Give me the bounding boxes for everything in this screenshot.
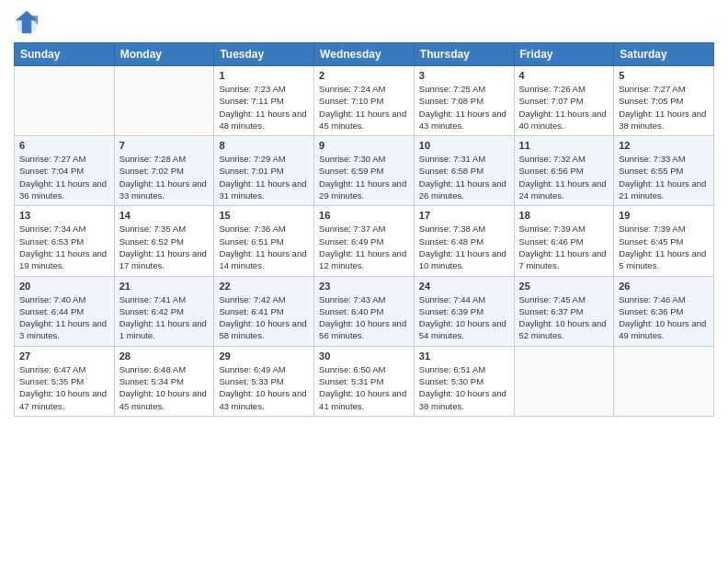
week-row-4: 20Sunrise: 7:40 AM Sunset: 6:44 PM Dayli… <box>15 276 714 346</box>
calendar-cell: 10Sunrise: 7:31 AM Sunset: 6:58 PM Dayli… <box>414 136 514 206</box>
day-info: Sunrise: 7:39 AM Sunset: 6:46 PM Dayligh… <box>519 223 609 271</box>
day-info: Sunrise: 7:26 AM Sunset: 7:07 PM Dayligh… <box>519 83 609 132</box>
calendar-cell: 28Sunrise: 6:48 AM Sunset: 5:34 PM Dayli… <box>114 346 214 416</box>
day-info: Sunrise: 7:45 AM Sunset: 6:37 PM Dayligh… <box>519 293 609 342</box>
calendar-cell: 21Sunrise: 7:41 AM Sunset: 6:42 PM Dayli… <box>114 276 214 346</box>
day-number: 24 <box>419 281 509 292</box>
calendar-cell: 3Sunrise: 7:25 AM Sunset: 7:08 PM Daylig… <box>414 66 514 136</box>
day-number: 28 <box>119 350 210 362</box>
calendar-cell: 26Sunrise: 7:46 AM Sunset: 6:36 PM Dayli… <box>614 276 714 346</box>
day-info: Sunrise: 7:41 AM Sunset: 6:42 PM Dayligh… <box>119 293 210 342</box>
calendar-cell: 9Sunrise: 7:30 AM Sunset: 6:59 PM Daylig… <box>314 136 415 206</box>
week-row-5: 27Sunrise: 6:47 AM Sunset: 5:35 PM Dayli… <box>15 346 714 416</box>
weekday-header-row: SundayMondayTuesdayWednesdayThursdayFrid… <box>15 43 714 66</box>
day-number: 7 <box>119 140 210 151</box>
day-number: 14 <box>119 210 210 221</box>
day-number: 13 <box>19 210 109 221</box>
day-info: Sunrise: 7:44 AM Sunset: 6:39 PM Dayligh… <box>419 293 509 342</box>
day-info: Sunrise: 7:30 AM Sunset: 6:59 PM Dayligh… <box>319 153 409 201</box>
day-info: Sunrise: 7:36 AM Sunset: 6:51 PM Dayligh… <box>219 223 309 271</box>
logo <box>14 9 43 35</box>
calendar-cell: 18Sunrise: 7:39 AM Sunset: 6:46 PM Dayli… <box>514 206 614 276</box>
day-info: Sunrise: 7:46 AM Sunset: 6:36 PM Dayligh… <box>619 293 709 342</box>
day-info: Sunrise: 7:27 AM Sunset: 7:05 PM Dayligh… <box>619 83 709 132</box>
calendar-cell <box>514 346 614 416</box>
day-number: 26 <box>619 281 709 292</box>
day-info: Sunrise: 7:28 AM Sunset: 7:02 PM Dayligh… <box>119 153 210 201</box>
week-row-1: 1Sunrise: 7:23 AM Sunset: 7:11 PM Daylig… <box>15 66 714 136</box>
calendar-cell: 1Sunrise: 7:23 AM Sunset: 7:11 PM Daylig… <box>214 66 314 136</box>
day-number: 31 <box>419 350 509 362</box>
day-info: Sunrise: 7:24 AM Sunset: 7:10 PM Dayligh… <box>319 83 409 132</box>
day-info: Sunrise: 7:29 AM Sunset: 7:01 PM Dayligh… <box>219 153 309 201</box>
day-info: Sunrise: 7:40 AM Sunset: 6:44 PM Dayligh… <box>19 293 109 342</box>
day-info: Sunrise: 7:27 AM Sunset: 7:04 PM Dayligh… <box>19 153 109 201</box>
day-number: 5 <box>619 70 709 81</box>
day-number: 1 <box>219 70 309 81</box>
calendar-cell: 17Sunrise: 7:38 AM Sunset: 6:48 PM Dayli… <box>414 206 514 276</box>
day-number: 23 <box>319 281 409 292</box>
day-number: 18 <box>519 210 609 221</box>
day-info: Sunrise: 7:42 AM Sunset: 6:41 PM Dayligh… <box>219 293 309 342</box>
day-info: Sunrise: 7:38 AM Sunset: 6:48 PM Dayligh… <box>419 223 509 271</box>
calendar-cell: 2Sunrise: 7:24 AM Sunset: 7:10 PM Daylig… <box>314 66 415 136</box>
calendar-cell <box>15 66 115 136</box>
calendar-cell: 11Sunrise: 7:32 AM Sunset: 6:56 PM Dayli… <box>514 136 614 206</box>
weekday-header-wednesday: Wednesday <box>314 43 415 66</box>
day-number: 22 <box>219 281 309 292</box>
day-number: 12 <box>619 140 709 151</box>
day-number: 6 <box>19 140 109 151</box>
calendar-cell: 30Sunrise: 6:50 AM Sunset: 5:31 PM Dayli… <box>314 346 415 416</box>
day-info: Sunrise: 7:37 AM Sunset: 6:49 PM Dayligh… <box>319 223 409 271</box>
day-number: 19 <box>619 210 709 221</box>
calendar-cell: 27Sunrise: 6:47 AM Sunset: 5:35 PM Dayli… <box>15 346 115 416</box>
day-info: Sunrise: 7:43 AM Sunset: 6:40 PM Dayligh… <box>319 293 409 342</box>
day-number: 3 <box>419 70 509 81</box>
calendar-cell: 24Sunrise: 7:44 AM Sunset: 6:39 PM Dayli… <box>414 276 514 346</box>
calendar-cell: 20Sunrise: 7:40 AM Sunset: 6:44 PM Dayli… <box>15 276 115 346</box>
logo-icon <box>14 9 40 35</box>
weekday-header-friday: Friday <box>514 43 614 66</box>
day-number: 11 <box>519 140 609 151</box>
day-info: Sunrise: 6:49 AM Sunset: 5:33 PM Dayligh… <box>219 363 309 412</box>
day-number: 17 <box>419 210 509 221</box>
calendar-cell: 12Sunrise: 7:33 AM Sunset: 6:55 PM Dayli… <box>614 136 714 206</box>
day-info: Sunrise: 7:31 AM Sunset: 6:58 PM Dayligh… <box>419 153 509 201</box>
day-number: 25 <box>519 281 609 292</box>
calendar-cell: 14Sunrise: 7:35 AM Sunset: 6:52 PM Dayli… <box>114 206 214 276</box>
weekday-header-thursday: Thursday <box>414 43 514 66</box>
calendar-cell: 8Sunrise: 7:29 AM Sunset: 7:01 PM Daylig… <box>214 136 314 206</box>
calendar-cell: 13Sunrise: 7:34 AM Sunset: 6:53 PM Dayli… <box>15 206 115 276</box>
day-number: 20 <box>19 281 109 292</box>
calendar-cell <box>114 66 214 136</box>
day-info: Sunrise: 6:50 AM Sunset: 5:31 PM Dayligh… <box>319 363 409 412</box>
calendar-cell: 5Sunrise: 7:27 AM Sunset: 7:05 PM Daylig… <box>614 66 714 136</box>
day-number: 2 <box>319 70 409 81</box>
day-info: Sunrise: 7:25 AM Sunset: 7:08 PM Dayligh… <box>419 83 509 132</box>
calendar-table: SundayMondayTuesdayWednesdayThursdayFrid… <box>14 42 714 417</box>
week-row-3: 13Sunrise: 7:34 AM Sunset: 6:53 PM Dayli… <box>15 206 714 276</box>
calendar-cell: 23Sunrise: 7:43 AM Sunset: 6:40 PM Dayli… <box>314 276 415 346</box>
day-info: Sunrise: 7:35 AM Sunset: 6:52 PM Dayligh… <box>119 223 210 271</box>
day-info: Sunrise: 6:48 AM Sunset: 5:34 PM Dayligh… <box>119 363 210 412</box>
calendar-cell: 22Sunrise: 7:42 AM Sunset: 6:41 PM Dayli… <box>214 276 314 346</box>
calendar-cell <box>614 346 714 416</box>
day-number: 27 <box>19 350 109 362</box>
calendar-cell: 31Sunrise: 6:51 AM Sunset: 5:30 PM Dayli… <box>414 346 514 416</box>
day-info: Sunrise: 7:23 AM Sunset: 7:11 PM Dayligh… <box>219 83 309 132</box>
weekday-header-tuesday: Tuesday <box>214 43 314 66</box>
header <box>14 9 714 35</box>
day-number: 10 <box>419 140 509 151</box>
day-number: 29 <box>219 350 309 362</box>
day-info: Sunrise: 6:47 AM Sunset: 5:35 PM Dayligh… <box>19 363 109 412</box>
day-info: Sunrise: 6:51 AM Sunset: 5:30 PM Dayligh… <box>419 363 509 412</box>
day-number: 16 <box>319 210 409 221</box>
weekday-header-saturday: Saturday <box>614 43 714 66</box>
calendar-cell: 29Sunrise: 6:49 AM Sunset: 5:33 PM Dayli… <box>214 346 314 416</box>
calendar-cell: 4Sunrise: 7:26 AM Sunset: 7:07 PM Daylig… <box>514 66 614 136</box>
page: SundayMondayTuesdayWednesdayThursdayFrid… <box>0 0 728 563</box>
day-info: Sunrise: 7:33 AM Sunset: 6:55 PM Dayligh… <box>619 153 709 201</box>
day-number: 21 <box>119 281 210 292</box>
weekday-header-sunday: Sunday <box>15 43 115 66</box>
day-number: 9 <box>319 140 409 151</box>
